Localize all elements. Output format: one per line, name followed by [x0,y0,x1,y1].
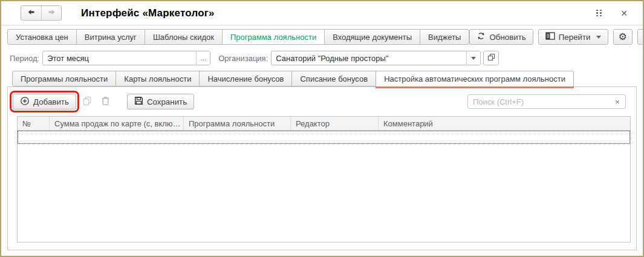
period-input[interactable] [43,51,196,65]
column-header-editor[interactable]: Редактор [291,117,379,130]
loyalty-settings-table: № Сумма продаж по карте (с, вклю… Програ… [17,116,631,242]
save-button[interactable]: Сохранить [127,94,194,109]
chevron-down-icon [471,57,476,60]
organization-label: Организация: [218,54,268,63]
subtab-nachislenie-bonusov[interactable]: Начисление бонусов [199,71,292,86]
column-header-number[interactable]: № [18,117,50,130]
history-nav [21,5,62,21]
table-body [18,144,630,242]
column-header-comment[interactable]: Комментарий [379,117,630,130]
save-floppy-icon [134,96,143,107]
refresh-button[interactable]: Обновить [469,29,533,45]
subtab-nastroyka-avtomaticheskih-programm[interactable]: Настройка автоматических программ лояльн… [376,71,574,87]
table-header-row: № Сумма продаж по карте (с, вклю… Програ… [18,117,630,131]
period-label: Период: [10,54,39,63]
tab-vitrina-uslug[interactable]: Витрина услуг [76,29,145,45]
tab-vhodyashchie-dokumenty[interactable]: Входящие документы [324,29,420,45]
titlebar: Интерфейс «Маркетолог» ✕ [1,1,643,25]
trash-icon [101,96,110,108]
page-title: Интерфейс «Маркетолог» [81,7,215,19]
app-window: { "colors": { "accent_green": "#00a65a",… [0,0,644,257]
subtab-spisanie-bonusov[interactable]: Списание бонусов [291,71,376,86]
search-field: × [467,94,626,109]
organization-dropdown-button[interactable] [466,51,480,65]
copy-icon [82,96,92,108]
tab-vidzhety[interactable]: Виджеты [420,29,469,45]
tab-programma-loyalnosti[interactable]: Программа лояльности [222,29,325,45]
organization-input[interactable] [272,51,466,65]
organization-open-button[interactable] [483,51,499,65]
copy-button[interactable] [79,94,95,109]
column-header-loyalty-program[interactable]: Программа лояльности [184,117,291,130]
period-field: ... [42,51,210,65]
delete-button[interactable] [98,94,114,109]
tab-ustanovka-cen[interactable]: Установка цен [7,29,77,45]
search-input[interactable] [468,95,610,108]
more-menu-icon[interactable] [594,7,604,19]
help-button[interactable]: ? [637,29,644,45]
tab-content-panel: Добавить [7,86,637,250]
open-link-icon [487,53,495,63]
refresh-icon [476,31,486,42]
main-tab-row: Установка цен Витрина услуг Шаблоны скид… [1,25,643,45]
close-icon[interactable]: ✕ [617,8,631,18]
add-button[interactable]: Добавить [13,94,76,109]
main-tabs: Установка цен Витрина услуг Шаблоны скид… [7,29,469,45]
gear-icon: ⚙ [619,32,627,42]
sub-tab-row: Программы лояльности Карты лояльности На… [1,71,643,86]
period-choose-button[interactable]: ... [196,51,210,65]
search-clear-icon[interactable]: × [610,95,625,108]
forward-arrow-icon [47,8,56,18]
filter-row: Период: ... Организация: [1,45,643,65]
back-button[interactable] [21,6,41,20]
subtab-programmy-loyalnosti[interactable]: Программы лояльности [12,71,116,86]
subtab-karty-loyalnosti[interactable]: Карты лояльности [115,71,200,86]
goto-button[interactable]: Перейти [538,29,608,45]
chevron-down-icon [596,36,601,39]
report-panel-icon [545,32,555,42]
tab-shablony-skidok[interactable]: Шаблоны скидок [145,29,223,45]
table-empty-new-row[interactable] [18,131,630,144]
plus-circle-icon [20,96,30,108]
list-toolbar: Добавить [8,87,636,110]
organization-field [271,51,481,65]
column-header-sales-sum[interactable]: Сумма продаж по карте (с, вклю… [50,117,184,130]
settings-button[interactable]: ⚙ [613,29,633,45]
forward-button[interactable] [41,6,61,20]
top-actions: Обновить Перейти ⚙ ? [469,29,644,45]
back-arrow-icon [27,8,36,18]
